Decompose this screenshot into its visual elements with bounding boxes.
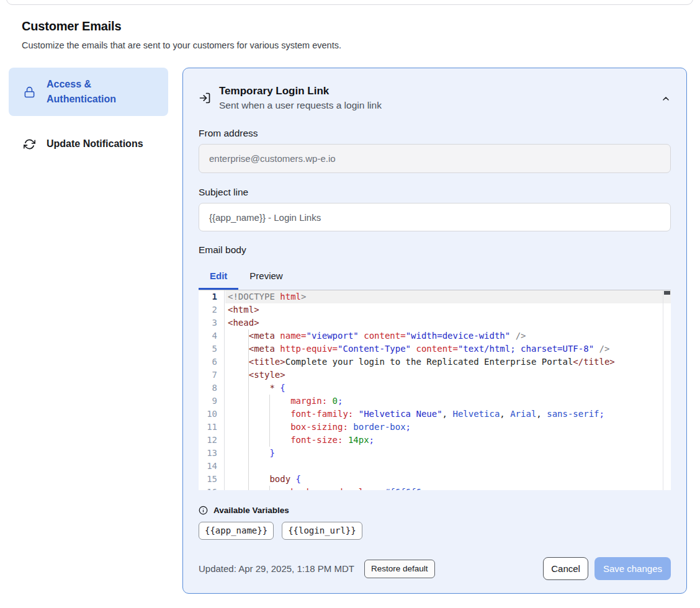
code-line[interactable]: <meta name="viewport" content="width=dev… bbox=[228, 329, 663, 342]
editor-tabs: Edit Preview bbox=[199, 264, 671, 290]
gutter: 12345678910111213141516 bbox=[199, 290, 225, 490]
line-number: 12 bbox=[199, 434, 224, 447]
variable-chip[interactable]: {{login_url}} bbox=[282, 522, 362, 540]
restore-default-button[interactable]: Restore default bbox=[364, 560, 435, 578]
code-editor[interactable]: 12345678910111213141516 <!DOCTYPE html><… bbox=[199, 290, 671, 490]
available-variables-header: Available Variables bbox=[199, 506, 671, 515]
card-subtitle: Sent when a user requests a login link bbox=[219, 100, 382, 111]
code-line[interactable]: body { bbox=[228, 473, 663, 486]
card-footer: Updated: Apr 29, 2025, 1:18 PM MDT Resto… bbox=[199, 557, 671, 580]
card-title: Temporary Login Link bbox=[219, 84, 382, 98]
code-lines[interactable]: <!DOCTYPE html><html><head> <meta name="… bbox=[225, 290, 663, 490]
save-changes-button[interactable]: Save changes bbox=[595, 557, 671, 580]
line-number: 16 bbox=[199, 486, 224, 490]
code-line[interactable] bbox=[228, 460, 663, 473]
sidebar-item-label: Update Notifications bbox=[47, 136, 143, 151]
code-line[interactable]: <head> bbox=[228, 316, 663, 329]
refresh-icon bbox=[24, 138, 35, 150]
subject-line-value: {{app_name}} - Login Links bbox=[209, 212, 321, 223]
sidebar-item-label: Access & Authentication bbox=[47, 77, 140, 107]
code-line[interactable]: <meta http-equiv="Content-Type" content=… bbox=[228, 342, 663, 355]
from-address-value: enterprise@customers.wp-e.io bbox=[209, 153, 336, 164]
line-number: 6 bbox=[199, 355, 224, 369]
log-in-icon bbox=[199, 92, 211, 104]
line-number: 9 bbox=[199, 395, 224, 408]
page-title: Customer Emails bbox=[22, 19, 700, 34]
card-header[interactable]: Temporary Login Link Sent when a user re… bbox=[199, 84, 671, 111]
code-line[interactable]: box-sizing: border-box; bbox=[228, 421, 663, 434]
code-line[interactable]: } bbox=[228, 447, 663, 460]
line-number: 10 bbox=[199, 408, 224, 421]
code-line[interactable]: <!DOCTYPE html> bbox=[228, 290, 663, 303]
line-number: 13 bbox=[199, 447, 224, 460]
line-number: 7 bbox=[199, 369, 224, 382]
sidebar: Access & Authentication Update Notificat… bbox=[9, 68, 168, 161]
tab-edit[interactable]: Edit bbox=[199, 264, 238, 290]
scrollbar-thumb[interactable] bbox=[664, 291, 670, 295]
from-address-input[interactable]: enterprise@customers.wp-e.io bbox=[199, 144, 671, 173]
variable-chips: {{app_name}}{{login_url}} bbox=[199, 522, 671, 540]
line-number: 2 bbox=[199, 303, 224, 316]
page-subtitle: Customize the emails that are sent to yo… bbox=[22, 40, 700, 50]
email-body-label: Email body bbox=[199, 244, 671, 256]
line-number: 3 bbox=[199, 316, 224, 329]
chevron-up-icon[interactable] bbox=[661, 94, 671, 104]
tab-preview[interactable]: Preview bbox=[238, 264, 294, 290]
code-line[interactable]: font-family: "Helvetica Neue", Helvetica… bbox=[228, 408, 663, 421]
line-number: 15 bbox=[199, 473, 224, 486]
code-line[interactable]: <style> bbox=[228, 369, 663, 382]
customer-emails-page: Customer Emails Customize the emails tha… bbox=[0, 0, 700, 608]
layout: Access & Authentication Update Notificat… bbox=[0, 68, 700, 594]
available-variables-label: Available Variables bbox=[213, 506, 289, 515]
code-line[interactable]: <title>Complete your login to the Replic… bbox=[228, 355, 663, 369]
updated-timestamp: Updated: Apr 29, 2025, 1:18 PM MDT bbox=[199, 563, 354, 574]
subject-line-label: Subject line bbox=[199, 187, 671, 198]
editor-scrollbar[interactable] bbox=[663, 290, 671, 490]
from-address-label: From address bbox=[199, 128, 671, 139]
sidebar-item-access-authentication[interactable]: Access & Authentication bbox=[9, 68, 168, 116]
line-number: 5 bbox=[199, 342, 224, 355]
line-number: 11 bbox=[199, 421, 224, 434]
lock-icon bbox=[24, 86, 35, 98]
previous-card-edge bbox=[6, 0, 693, 5]
temporary-login-link-card: Temporary Login Link Sent when a user re… bbox=[182, 68, 687, 594]
sidebar-item-update-notifications[interactable]: Update Notifications bbox=[9, 127, 168, 161]
code-line[interactable]: background-color: #f6f6f6; bbox=[228, 486, 663, 490]
info-icon bbox=[199, 506, 208, 515]
line-number: 1 bbox=[199, 290, 224, 303]
code-line[interactable]: <html> bbox=[228, 303, 663, 316]
line-number: 14 bbox=[199, 460, 224, 473]
code-line[interactable]: * { bbox=[228, 382, 663, 395]
variable-chip[interactable]: {{app_name}} bbox=[199, 522, 274, 540]
code-line[interactable]: font-size: 14px; bbox=[228, 434, 663, 447]
line-number: 8 bbox=[199, 382, 224, 395]
cancel-button[interactable]: Cancel bbox=[543, 557, 588, 580]
line-number: 4 bbox=[199, 329, 224, 342]
subject-line-input[interactable]: {{app_name}} - Login Links bbox=[199, 203, 671, 231]
code-line[interactable]: margin: 0; bbox=[228, 395, 663, 408]
